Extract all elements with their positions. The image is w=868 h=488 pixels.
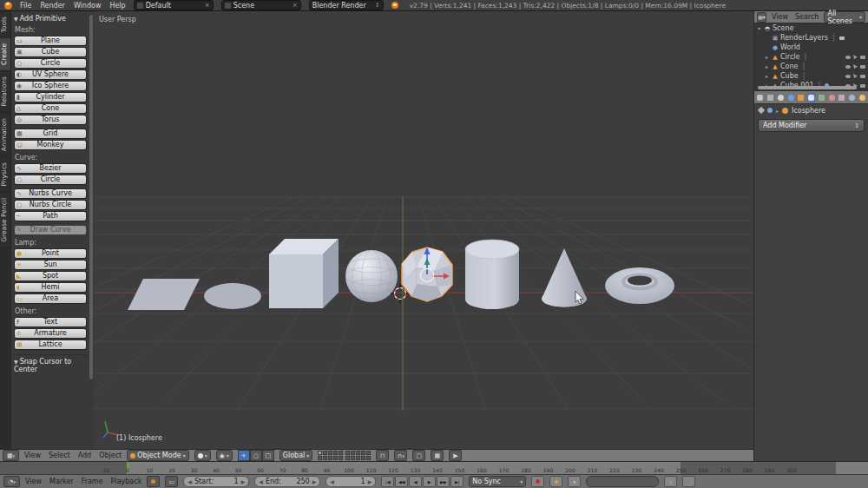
- uv-sphere-object[interactable]: [345, 250, 398, 302]
- rotate-manipulator-toggle[interactable]: ○: [250, 450, 262, 461]
- editor-type-selector[interactable]: ◔▾: [3, 476, 20, 487]
- add-primitive-button[interactable]: ▣Cube: [14, 47, 87, 57]
- preview-range-toggle[interactable]: [147, 476, 160, 487]
- snap-element-selector[interactable]: ▢: [412, 450, 425, 461]
- panel-header-add-primitive[interactable]: ▼Add Primitive: [14, 15, 87, 23]
- close-icon[interactable]: ×: [205, 2, 210, 9]
- outliner-row[interactable]: ● World: [754, 43, 868, 52]
- outliner-row[interactable]: ▸ ▲ Cone |: [754, 62, 868, 71]
- menu-item[interactable]: View: [24, 452, 41, 459]
- shelf-tab[interactable]: Relations: [0, 71, 11, 112]
- jump-to-start-button[interactable]: |◀: [381, 476, 394, 487]
- add-curve-button[interactable]: ○Nurbs Circle: [14, 200, 87, 210]
- keying-set-menu[interactable]: ▾: [568, 476, 581, 487]
- outliner-row[interactable]: ▸ ▲ Circle |: [754, 52, 868, 62]
- add-primitive-button[interactable]: ◎Torus: [14, 115, 87, 125]
- snap-magnet-toggle[interactable]: ∩▾: [394, 450, 407, 461]
- shelf-scrollbar[interactable]: [89, 15, 93, 379]
- add-primitive-button[interactable]: ○Circle: [14, 58, 87, 69]
- auto-keyframe-toggle[interactable]: [549, 476, 562, 487]
- add-primitive-button[interactable]: △Cone: [14, 103, 87, 114]
- editor-type-selector[interactable]: ▦▾: [3, 450, 19, 461]
- world-tab[interactable]: [786, 93, 795, 102]
- add-other-button[interactable]: FText: [14, 317, 87, 327]
- render-opengl-animation-button[interactable]: ▶: [449, 450, 462, 461]
- torus-object[interactable]: [605, 267, 674, 304]
- scene-selector[interactable]: Scene ×: [221, 0, 301, 10]
- selectability-arrow-icon[interactable]: [853, 55, 858, 59]
- lock-to-scene-icon[interactable]: ⊓: [376, 450, 389, 461]
- add-curve-button[interactable]: ○Circle: [14, 175, 87, 185]
- menu-item[interactable]: Marker: [49, 478, 74, 485]
- render-opengl-image-button[interactable]: ▦: [431, 450, 444, 461]
- render-layers-tab[interactable]: [766, 93, 775, 102]
- visibility-eye-icon[interactable]: [845, 75, 851, 78]
- expand-icon[interactable]: ▸: [764, 73, 770, 79]
- viewport-shading-selector[interactable]: ▾: [194, 450, 211, 461]
- outliner-row[interactable]: ▸ ▲ Cube |: [754, 71, 868, 81]
- object-data-tab[interactable]: [817, 93, 825, 102]
- add-lamp-button[interactable]: ◣Spot: [14, 271, 87, 281]
- menu-item[interactable]: Frame: [82, 478, 103, 485]
- panel-header-snap-cursor[interactable]: ▼Snap Cursor to Center: [14, 354, 87, 373]
- modifiers-tab[interactable]: [807, 93, 816, 102]
- expand-icon[interactable]: ▸: [764, 54, 770, 60]
- mode-selector[interactable]: Object Mode ▾: [127, 450, 188, 461]
- menu-item[interactable]: Object: [99, 452, 122, 459]
- selectability-arrow-icon[interactable]: [853, 64, 858, 69]
- menu-item[interactable]: Render: [40, 2, 64, 10]
- current-frame-field[interactable]: ◀ 1 ▶: [326, 476, 376, 487]
- increment-arrow[interactable]: ▶: [368, 478, 372, 485]
- render-restrict-camera-icon[interactable]: [860, 75, 865, 78]
- physics-tab[interactable]: [858, 93, 866, 102]
- menu-item[interactable]: Select: [49, 452, 70, 459]
- editor-type-selector[interactable]: ▤▾: [757, 12, 766, 23]
- material-tab[interactable]: [827, 93, 836, 102]
- add-primitive-button[interactable]: ◉Ico Sphere: [14, 81, 87, 91]
- prev-keyframe-button[interactable]: ◀◀: [395, 476, 408, 487]
- decrement-arrow[interactable]: ◀: [187, 478, 192, 485]
- screen-layout-selector[interactable]: Default ×: [134, 0, 214, 10]
- timeline-ruler[interactable]: -100102030405060708090100110120130140150…: [0, 461, 868, 474]
- insert-keyframe-icon[interactable]: /: [664, 476, 677, 487]
- next-keyframe-button[interactable]: ▶▶: [437, 476, 450, 487]
- active-keying-set-field[interactable]: [586, 476, 659, 487]
- browse-icon[interactable]: [137, 3, 143, 9]
- add-curve-button[interactable]: ∿Bezier: [14, 163, 87, 174]
- shelf-tab[interactable]: Physics: [0, 157, 11, 193]
- menu-item[interactable]: Playback: [111, 478, 142, 485]
- add-other-button[interactable]: ▦Lattice: [14, 340, 87, 350]
- start-frame-field[interactable]: ◀ Start: 1 ▶: [183, 476, 249, 487]
- render-restrict-camera-icon[interactable]: [860, 65, 865, 69]
- object-tab[interactable]: [797, 93, 806, 102]
- render-restrict-camera-icon[interactable]: [860, 56, 865, 59]
- shelf-tab[interactable]: Tools: [0, 11, 11, 38]
- circle-object[interactable]: [204, 283, 261, 309]
- plane-object[interactable]: [128, 279, 200, 310]
- cube-object[interactable]: [269, 239, 339, 308]
- cylinder-object[interactable]: [465, 240, 519, 309]
- increment-arrow[interactable]: ▶: [241, 478, 246, 485]
- blender-logo[interactable]: [4, 2, 12, 10]
- visibility-eye-icon[interactable]: [845, 56, 851, 59]
- menu-item[interactable]: View: [772, 13, 788, 21]
- display-filter-selector[interactable]: All Scenes ▾: [824, 11, 865, 23]
- delete-keyframe-icon[interactable]: ×: [682, 476, 695, 487]
- render-engine-selector[interactable]: Blender Render ↕: [309, 0, 384, 10]
- increment-arrow[interactable]: ▶: [312, 478, 317, 485]
- outliner-h-scrollbar[interactable]: [758, 86, 857, 89]
- render-restrict-camera-icon[interactable]: [860, 84, 865, 88]
- record-button[interactable]: [531, 476, 544, 487]
- expand-icon[interactable]: ▾: [756, 25, 762, 31]
- add-primitive-button[interactable]: ▦Grid: [14, 129, 87, 139]
- outliner-row[interactable]: ▾ ◓ Scene: [754, 23, 868, 33]
- translate-manipulator-toggle[interactable]: +: [238, 450, 250, 461]
- pivot-point-selector[interactable]: ◉ ▾: [216, 450, 233, 461]
- add-curve-button[interactable]: ∿Nurbs Curve: [14, 188, 87, 199]
- end-frame-field[interactable]: ◀ End: 250 ▶: [254, 476, 320, 487]
- scene-tab[interactable]: [776, 93, 785, 102]
- add-other-button[interactable]: ⋔Armature: [14, 328, 87, 339]
- camera-icon[interactable]: [839, 36, 845, 40]
- add-lamp-button[interactable]: ▭Area: [14, 293, 87, 304]
- add-primitive-button[interactable]: ▮Cylinder: [14, 92, 87, 102]
